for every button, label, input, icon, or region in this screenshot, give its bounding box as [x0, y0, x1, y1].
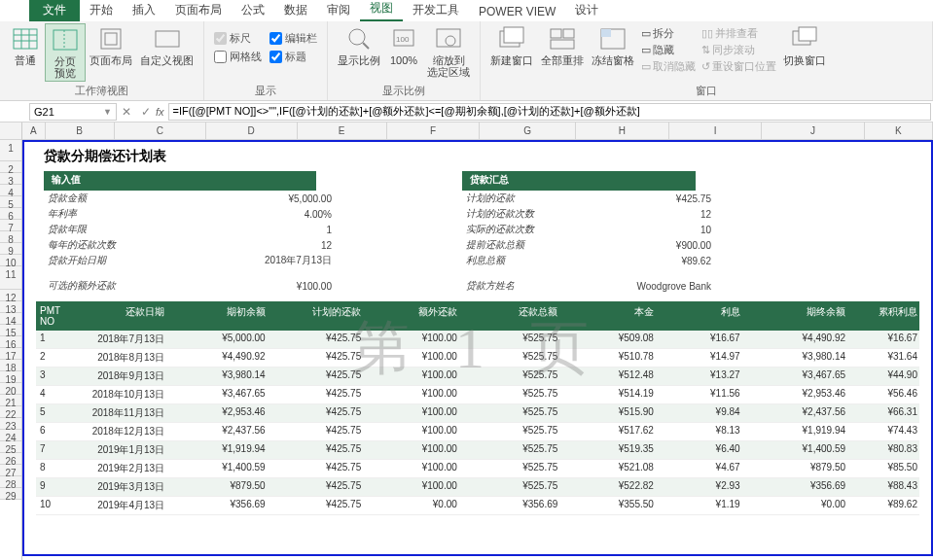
row-headers[interactable]: 1234567891011121314151617181920212223242…: [0, 122, 22, 560]
summary-section-header: 贷款汇总: [462, 171, 696, 189]
chevron-down-icon[interactable]: ▼: [103, 107, 112, 117]
reset-icon: ↺: [701, 60, 710, 73]
group-show-label: 显示: [210, 82, 321, 98]
row-header[interactable]: 11: [0, 266, 21, 290]
checkbox-headings[interactable]: 标题: [269, 50, 317, 64]
tab-layout[interactable]: 页面布局: [165, 0, 232, 21]
table-row[interactable]: 42018年10月13日¥3,467.65¥425.75¥100.00¥525.…: [36, 386, 919, 404]
name-box[interactable]: G21▼: [29, 103, 117, 121]
row-header[interactable]: 21: [0, 395, 21, 406]
table-row[interactable]: 92019年3月13日¥879.50¥425.75¥100.00¥525.75¥…: [36, 478, 919, 497]
sheet-area[interactable]: 1234567891011121314151617181920212223242…: [0, 122, 933, 560]
table-row[interactable]: 32018年9月13日¥3,980.14¥425.75¥100.00¥525.7…: [36, 368, 919, 386]
row-header[interactable]: 1: [0, 140, 21, 161]
accept-formula-icon[interactable]: ✓: [136, 105, 156, 119]
checkbox-formulabar[interactable]: 编辑栏: [269, 31, 317, 46]
row-header[interactable]: 2: [0, 161, 21, 173]
hide-button[interactable]: ▭隐藏: [638, 42, 699, 58]
view-pagebreak-button[interactable]: 分页 预览: [45, 23, 86, 82]
row-header[interactable]: 10: [0, 255, 21, 266]
tab-file[interactable]: 文件: [29, 0, 80, 21]
column-header[interactable]: F: [387, 122, 481, 139]
row-header[interactable]: 23: [0, 418, 21, 430]
svg-rect-14: [437, 29, 460, 47]
tab-data[interactable]: 数据: [274, 0, 317, 21]
input-section-header: 输入值: [44, 171, 316, 189]
tab-powerview[interactable]: POWER VIEW: [469, 2, 565, 21]
input-row: 计划的还款¥425.75: [462, 191, 715, 206]
row-header[interactable]: 15: [0, 325, 21, 336]
input-row: 贷款年限1: [44, 222, 336, 237]
arrange-all-button[interactable]: 全部重排: [537, 23, 588, 68]
row-header[interactable]: 22: [0, 406, 21, 418]
formula-input[interactable]: =IF([@[PMT NO]]<>"",IF([@计划的还款]+[@额外还款]<…: [168, 103, 931, 121]
tab-dev[interactable]: 开发工具: [403, 0, 469, 21]
svg-rect-17: [504, 27, 523, 43]
row-header[interactable]: 9: [0, 243, 21, 255]
row-header[interactable]: 6: [0, 208, 21, 220]
row-header[interactable]: 14: [0, 313, 21, 325]
tab-home[interactable]: 开始: [80, 0, 123, 21]
column-header[interactable]: J: [762, 122, 864, 139]
cancel-formula-icon[interactable]: ✕: [117, 105, 136, 119]
row-header[interactable]: 24: [0, 430, 21, 441]
ribbon: 普通 分页 预览 页面布局 自定义视图 工作簿视图 标尺 网格线: [0, 21, 933, 101]
row-header[interactable]: 29: [0, 488, 21, 500]
row-header[interactable]: 13: [0, 301, 21, 313]
zoom-button[interactable]: 显示比例: [334, 23, 384, 68]
column-header[interactable]: D: [206, 122, 298, 139]
row-header[interactable]: 12: [0, 290, 21, 301]
svg-point-10: [349, 29, 365, 45]
table-row[interactable]: 12018年7月13日¥5,000.00¥425.75¥100.00¥525.7…: [36, 331, 919, 349]
table-row[interactable]: 102019年4月13日¥356.69¥425.75¥0.00¥356.69¥3…: [36, 497, 919, 515]
view-pagelayout-button[interactable]: 页面布局: [86, 23, 136, 68]
column-header[interactable]: G: [480, 122, 576, 139]
column-header[interactable]: K: [865, 122, 933, 139]
tab-design[interactable]: 设计: [565, 0, 608, 21]
row-header[interactable]: 5: [0, 196, 21, 208]
freeze-panes-button[interactable]: 冻结窗格: [588, 23, 638, 68]
table-row[interactable]: 72019年1月13日¥1,919.94¥425.75¥100.00¥525.7…: [36, 441, 919, 460]
row-header[interactable]: 20: [0, 383, 21, 395]
table-row[interactable]: 62018年12月13日¥2,437.56¥425.75¥100.00¥525.…: [36, 423, 919, 441]
svg-point-15: [446, 36, 455, 46]
tab-view[interactable]: 视图: [360, 0, 403, 21]
column-header[interactable]: H: [576, 122, 669, 139]
tab-insert[interactable]: 插入: [123, 0, 165, 21]
row-header[interactable]: 26: [0, 453, 21, 465]
checkbox-gridlines[interactable]: 网格线: [214, 50, 262, 64]
row-header[interactable]: 25: [0, 441, 21, 453]
view-normal-button[interactable]: 普通: [6, 23, 45, 68]
tab-review[interactable]: 审阅: [317, 0, 360, 21]
select-all-corner[interactable]: [0, 122, 21, 140]
zoom-100-button[interactable]: 100 100%: [384, 23, 423, 68]
row-header[interactable]: 19: [0, 371, 21, 383]
switch-window-button[interactable]: 切换窗口: [779, 23, 830, 68]
checkbox-ruler[interactable]: 标尺: [214, 31, 262, 46]
column-headers[interactable]: ABCDEFGHIJK: [22, 122, 933, 140]
row-header[interactable]: 8: [0, 231, 21, 243]
zoom-selection-button[interactable]: 缩放到 选定区域: [423, 23, 474, 80]
tab-formulas[interactable]: 公式: [232, 0, 274, 21]
row-header[interactable]: 3: [0, 173, 21, 185]
formula-bar: G21▼ ✕ ✓ fx =IF([@[PMT NO]]<>"",IF([@计划的…: [0, 101, 933, 122]
table-row[interactable]: 52018年11月13日¥2,953.46¥425.75¥100.00¥525.…: [36, 404, 919, 423]
row-header[interactable]: 18: [0, 360, 21, 371]
column-header[interactable]: C: [115, 122, 206, 139]
view-custom-button[interactable]: 自定义视图: [136, 23, 197, 68]
column-header[interactable]: A: [22, 122, 46, 139]
row-header[interactable]: 16: [0, 336, 21, 348]
column-header[interactable]: E: [298, 122, 387, 139]
split-button[interactable]: ▭拆分: [638, 25, 699, 42]
table-row[interactable]: 22018年8月13日¥4,490.92¥425.75¥100.00¥525.7…: [36, 349, 919, 368]
row-header[interactable]: 4: [0, 185, 21, 196]
row-header[interactable]: 28: [0, 476, 21, 488]
column-header[interactable]: I: [669, 122, 763, 139]
row-header[interactable]: 17: [0, 348, 21, 360]
table-row[interactable]: 82019年2月13日¥1,400.59¥425.75¥100.00¥525.7…: [36, 460, 919, 478]
row-header[interactable]: 7: [0, 220, 21, 231]
row-header[interactable]: 27: [0, 465, 21, 476]
new-window-button[interactable]: 新建窗口: [486, 23, 537, 68]
column-header[interactable]: B: [46, 122, 115, 139]
fx-icon[interactable]: fx: [156, 106, 164, 118]
